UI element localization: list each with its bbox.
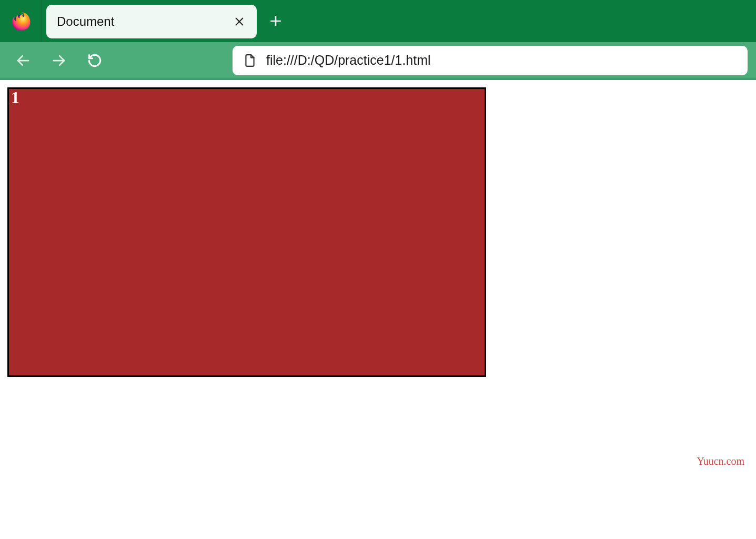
close-icon[interactable] [231, 14, 247, 29]
reload-button[interactable] [83, 49, 106, 72]
browser-tab[interactable]: Document [46, 5, 257, 38]
browser-titlebar: Document [0, 0, 756, 42]
url-text: file:///D:/QD/practice1/1.html [266, 53, 431, 68]
page-icon [243, 54, 257, 67]
app-icon-container [0, 0, 42, 42]
forward-button[interactable] [47, 49, 70, 72]
back-button[interactable] [12, 49, 35, 72]
tabs-row: Document [42, 0, 286, 42]
browser-toolbar: file:///D:/QD/practice1/1.html [0, 42, 756, 80]
firefox-icon [11, 11, 31, 31]
box-text: 1 [11, 88, 19, 107]
red-box: 1 [7, 87, 486, 377]
new-tab-button[interactable] [265, 11, 286, 32]
url-bar[interactable]: file:///D:/QD/practice1/1.html [233, 46, 748, 75]
watermark: Yuucn.com [697, 455, 744, 467]
page-content: 1 [0, 80, 756, 377]
tab-title: Document [57, 14, 114, 29]
